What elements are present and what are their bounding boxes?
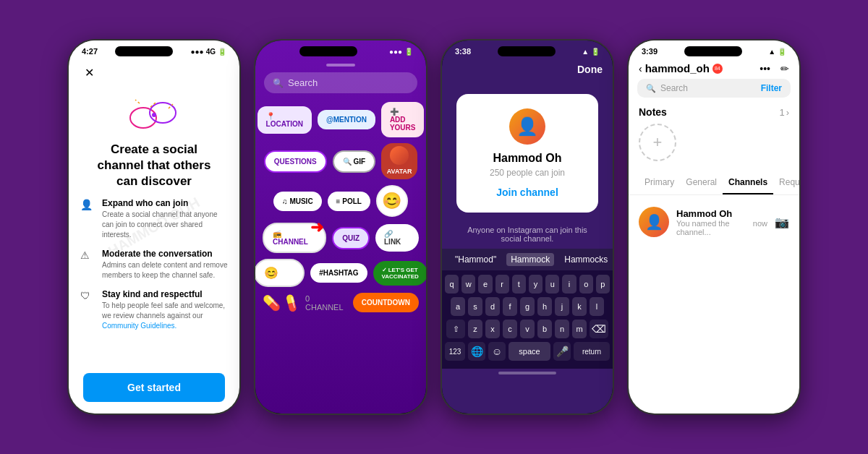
feature-respectful-text: Stay kind and respectful To help people …	[102, 289, 228, 331]
location-sticker[interactable]: 📍 LOCATION	[258, 106, 312, 134]
phone3-home-bar	[498, 372, 556, 374]
quiz-sticker[interactable]: QUIZ	[332, 227, 370, 249]
close-button[interactable]: ✕	[80, 64, 98, 81]
poll-sticker[interactable]: ≡ POLL	[328, 192, 370, 211]
key-t[interactable]: t	[512, 275, 526, 294]
key-k[interactable]: k	[572, 297, 587, 316]
channel-item-time: now	[753, 219, 767, 236]
tab-requests[interactable]: Requests	[773, 171, 799, 194]
vaccinated-sticker[interactable]: ✓ LET'S GET VACCINATED	[373, 261, 427, 286]
key-mic[interactable]: 🎤	[553, 342, 571, 361]
channel-avatar: 👤	[509, 108, 545, 145]
key-e[interactable]: e	[478, 275, 492, 294]
channel-item-avatar: 👤	[639, 207, 669, 237]
back-chevron-icon: ‹	[639, 63, 642, 74]
countdown-sticker[interactable]: COUNTDOWN	[353, 293, 419, 312]
key-l[interactable]: l	[590, 297, 604, 316]
key-d[interactable]: d	[485, 297, 500, 316]
channel-members: 250 people can join	[468, 168, 587, 178]
key-o[interactable]: o	[579, 275, 593, 294]
key-h[interactable]: h	[537, 297, 552, 316]
tab-primary[interactable]: Primary	[639, 171, 680, 194]
key-y[interactable]: y	[529, 275, 542, 294]
emoji-slider-sticker[interactable]: 😊	[255, 259, 305, 287]
phones-container: 4:27 ●●● 4G 🔋 ✕	[53, 25, 815, 429]
key-w[interactable]: w	[461, 275, 475, 294]
search-placeholder: Search	[660, 83, 757, 93]
keyboard-row-2: a s d f g h j k l	[445, 297, 610, 316]
phone4-status-icons: ▲ 🔋	[768, 48, 786, 56]
key-emoji[interactable]: ☺	[488, 342, 506, 361]
join-channel-button[interactable]: Join channel	[468, 187, 587, 198]
channel-card: 👤 Hammod Oh 250 people can join Join cha…	[456, 94, 598, 213]
back-button[interactable]: ‹ hammod_oh 84	[639, 62, 723, 74]
phone1-features: 👤 Expand who can join Create a social ch…	[69, 198, 239, 331]
suggestion-0[interactable]: "Hammod"	[451, 253, 501, 266]
suggestion-2[interactable]: Hammocks	[560, 253, 612, 266]
phone2-status-icons: ●●● 🔋	[389, 48, 413, 56]
add-note-button[interactable]: +	[639, 124, 676, 161]
key-c[interactable]: c	[503, 320, 517, 338]
key-q[interactable]: q	[445, 275, 459, 294]
channel-avatar-emoji: 👤	[516, 116, 538, 137]
key-u[interactable]: u	[545, 275, 559, 294]
feature-expand: 👤 Expand who can join Create a social ch…	[80, 198, 228, 240]
edit-icon[interactable]: ✏	[780, 63, 789, 74]
link-sticker[interactable]: 🔗 LINK	[375, 224, 419, 252]
phone4-search-bar[interactable]: 🔍 Search Filter	[637, 79, 791, 98]
sticker-row-4: 📻 CHANNEL QUIZ ➜ 🔗 LINK	[263, 223, 419, 253]
key-n[interactable]: n	[555, 320, 569, 338]
avatar-sticker[interactable]: AVATAR	[381, 143, 417, 179]
notes-count: 1 ›	[779, 107, 789, 118]
add-yours-sticker[interactable]: ➕ ADD YOURS	[381, 102, 425, 137]
key-globe[interactable]: 🌐	[468, 342, 485, 361]
key-delete[interactable]: ⌫	[590, 320, 608, 338]
phone1-title: Create a social channel that others can …	[69, 142, 239, 198]
channel-name: Hammod Oh	[468, 152, 587, 165]
key-i[interactable]: i	[562, 275, 576, 294]
community-guidelines-link[interactable]: Community Guidelines.	[102, 322, 176, 330]
tab-general[interactable]: General	[680, 171, 723, 194]
feature-moderate: ⚠ Moderate the conversation Admins can d…	[80, 249, 228, 280]
sticker-row-2: QUESTIONS 🔍 GIF AVATAR	[263, 143, 419, 179]
camera-icon[interactable]: 📷	[775, 215, 789, 229]
gif-sticker[interactable]: 🔍 GIF	[333, 150, 375, 173]
phone1-header: ✕	[69, 59, 239, 85]
key-123[interactable]: 123	[445, 342, 465, 361]
key-p[interactable]: p	[596, 275, 610, 294]
phone1-time: 4:27	[82, 47, 98, 56]
get-started-button[interactable]: Get started	[83, 373, 225, 402]
more-options-icon[interactable]: •••	[760, 63, 770, 74]
tab-channels[interactable]: Channels	[723, 171, 773, 194]
key-v[interactable]: v	[520, 320, 535, 338]
keyboard-row-1: q w e r t y u i o p	[445, 275, 610, 294]
key-x[interactable]: x	[485, 320, 500, 338]
channel-list-item[interactable]: 👤 Hammod Oh You named the channel... now…	[629, 201, 799, 243]
key-g[interactable]: g	[520, 297, 535, 316]
mention-sticker[interactable]: @MENTION	[318, 110, 375, 129]
music-sticker[interactable]: ♫ MUSIC	[273, 192, 322, 211]
phone2-search-bar[interactable]: 🔍 Search	[264, 72, 417, 93]
key-a[interactable]: a	[451, 297, 465, 316]
key-r[interactable]: r	[495, 275, 509, 294]
suggestion-1[interactable]: Hammock	[506, 253, 554, 266]
keyboard: q w e r t y u i o p a s d f g h	[442, 270, 613, 369]
questions-sticker[interactable]: QUESTIONS	[264, 150, 327, 173]
filter-button[interactable]: Filter	[761, 83, 782, 93]
key-space[interactable]: space	[509, 342, 550, 361]
key-shift[interactable]: ⇧	[446, 320, 465, 338]
pills-emoji2: 💊	[281, 291, 302, 313]
key-m[interactable]: m	[572, 320, 587, 338]
key-j[interactable]: j	[555, 297, 569, 316]
hashtag-sticker[interactable]: #HASHTAG	[310, 263, 367, 283]
emoji-sticker[interactable]: 😊	[376, 185, 408, 217]
key-b[interactable]: b	[537, 320, 552, 338]
sticker-row-1: 📍 LOCATION @MENTION ➕ ADD YOURS	[263, 102, 419, 137]
done-button[interactable]: Done	[442, 59, 613, 80]
key-return[interactable]: return	[574, 342, 610, 361]
svg-line-3	[135, 100, 140, 103]
phone3-screen: 3:38 ▲ 🔋 Done 👤 Hammod Oh 250 people can…	[442, 40, 613, 414]
key-s[interactable]: s	[468, 297, 482, 316]
key-f[interactable]: f	[503, 297, 517, 316]
key-z[interactable]: z	[468, 320, 482, 338]
